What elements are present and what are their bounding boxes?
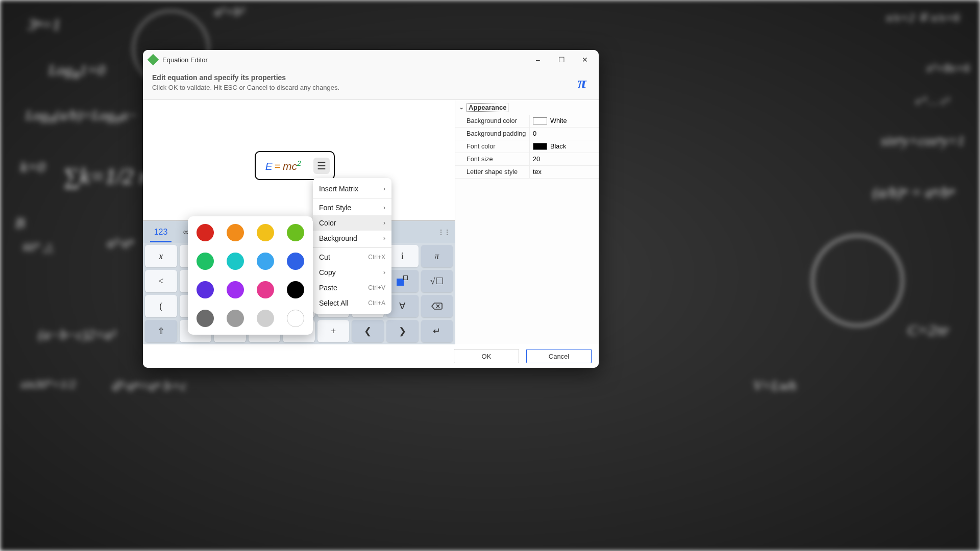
color-swatch-6[interactable]: [257, 253, 274, 270]
chevron-right-icon: ›: [383, 269, 385, 276]
key-backspace[interactable]: [421, 295, 453, 317]
menu-paste[interactable]: Paste Ctrl+V: [313, 280, 391, 295]
header-subtitle: Click OK to validate. Hit ESC or Cancel …: [152, 84, 578, 91]
menu-copy[interactable]: Copy ›: [313, 265, 391, 280]
properties-section-label: Appearance: [467, 103, 508, 112]
close-button[interactable]: ✕: [573, 52, 597, 68]
key-sqrt[interactable]: √☐: [421, 270, 453, 292]
color-swatch-14[interactable]: [257, 310, 274, 327]
key-x[interactable]: x: [145, 245, 177, 267]
cancel-button[interactable]: Cancel: [526, 349, 592, 363]
color-palette-popup: [188, 216, 313, 335]
equation-equals: =: [275, 160, 281, 172]
equation-c: c: [292, 160, 298, 172]
prop-font-color[interactable]: Font color Black: [455, 140, 599, 153]
equation-menu-button[interactable]: ☰: [313, 158, 330, 174]
chevron-right-icon: ›: [383, 235, 385, 242]
menu-separator: [313, 247, 391, 248]
color-swatch-9[interactable]: [227, 281, 244, 298]
chevron-right-icon: ›: [383, 219, 385, 227]
key-lparen[interactable]: (: [145, 295, 177, 317]
maximize-button[interactable]: ☐: [550, 52, 573, 68]
prop-background-padding[interactable]: Background padding 0: [455, 128, 599, 140]
app-icon: [148, 54, 159, 66]
menu-color[interactable]: Color ›: [313, 215, 391, 231]
menu-separator: [313, 198, 391, 198]
prop-background-color[interactable]: Background color White: [455, 115, 599, 128]
key-shift[interactable]: ⇧: [145, 320, 177, 342]
color-swatch-3[interactable]: [287, 224, 304, 241]
color-swatch-2[interactable]: [257, 224, 274, 241]
prop-font-size[interactable]: Font size 20: [455, 153, 599, 166]
equation-m: m: [283, 160, 292, 172]
menu-select-all[interactable]: Select All Ctrl+A: [313, 295, 391, 311]
swatch-black: [533, 143, 547, 150]
key-right[interactable]: ❯: [386, 320, 419, 342]
equation-box[interactable]: E=mc2 ☰: [255, 151, 335, 180]
key-left[interactable]: ❮: [352, 320, 384, 342]
footer: OK Cancel: [143, 344, 599, 368]
swatch-white: [533, 117, 547, 124]
key-pi[interactable]: π: [421, 245, 453, 267]
key-plus[interactable]: +: [317, 320, 350, 342]
color-swatch-0[interactable]: [197, 224, 214, 241]
color-swatch-13[interactable]: [227, 310, 244, 327]
header-section: Edit equation and specify its properties…: [143, 69, 599, 100]
equation-sup: 2: [297, 159, 301, 167]
ok-button[interactable]: OK: [454, 349, 519, 363]
titlebar: Equation Editor – ☐ ✕: [143, 50, 599, 69]
color-swatch-15[interactable]: [287, 310, 304, 327]
chevron-right-icon: ›: [383, 185, 385, 192]
menu-background[interactable]: Background ›: [313, 231, 391, 246]
pi-icon: π: [578, 73, 586, 92]
backspace-icon: [431, 300, 443, 312]
window-title: Equation Editor: [162, 56, 526, 64]
color-swatch-4[interactable]: [197, 253, 214, 270]
color-swatch-8[interactable]: [197, 281, 214, 298]
minimize-button[interactable]: –: [526, 52, 550, 68]
properties-panel: ⌄ Appearance Background color White Back…: [455, 100, 599, 344]
menu-insert-matrix[interactable]: Insert Matrix ›: [313, 181, 391, 196]
color-swatch-10[interactable]: [257, 281, 274, 298]
key-enter[interactable]: ↵: [421, 320, 453, 342]
equation-E: E: [265, 160, 273, 172]
chevron-down-icon: ⌄: [459, 105, 463, 110]
hamburger-icon: ☰: [317, 160, 326, 172]
header-title: Edit equation and specify its properties: [152, 73, 578, 82]
menu-font-style[interactable]: Font Style ›: [313, 200, 391, 215]
chevron-right-icon: ›: [383, 204, 385, 211]
properties-section-header[interactable]: ⌄ Appearance: [455, 100, 599, 115]
color-swatch-12[interactable]: [197, 310, 214, 327]
color-swatch-5[interactable]: [227, 253, 244, 270]
color-swatch-11[interactable]: [287, 281, 304, 298]
context-menu: Insert Matrix › Font Style › Color › Bac…: [313, 178, 391, 314]
color-swatch-1[interactable]: [227, 224, 244, 241]
tab-numeric[interactable]: 123: [146, 222, 176, 242]
color-swatch-7[interactable]: [287, 253, 304, 270]
keypad-handle[interactable]: ⋮⋮: [437, 228, 452, 236]
key-lt[interactable]: <: [145, 270, 177, 292]
menu-cut[interactable]: Cut Ctrl+X: [313, 249, 391, 265]
prop-letter-shape-style[interactable]: Letter shape style tex: [455, 166, 599, 179]
